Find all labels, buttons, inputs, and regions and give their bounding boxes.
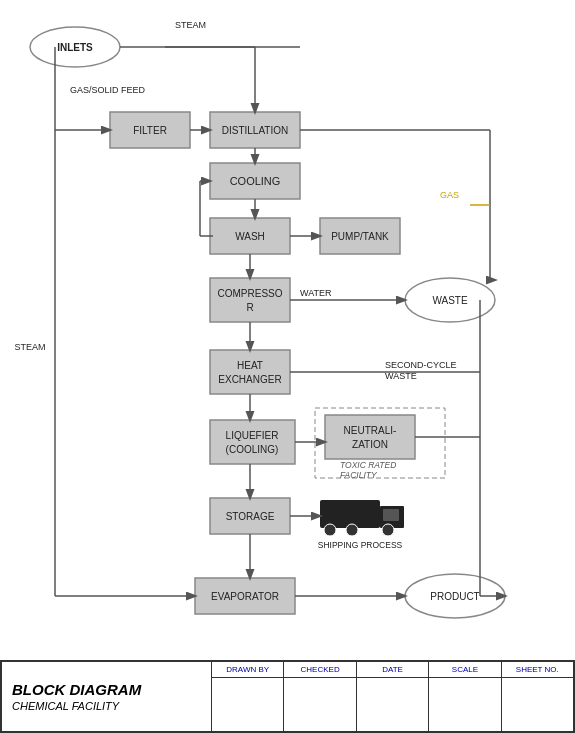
- gas-label: GAS: [440, 190, 459, 200]
- compressor-label: COMPRESSO: [217, 288, 282, 299]
- neutralization-label: NEUTRALI-: [344, 425, 397, 436]
- waste-label: WASTE: [432, 295, 468, 306]
- wash-label: WASH: [235, 231, 265, 242]
- drawn-by-label: DRAWN BY: [212, 662, 283, 678]
- second-cycle-label: SECOND-CYCLE: [385, 360, 457, 370]
- product-label: PRODUCT: [430, 591, 479, 602]
- pump-tank-label: PUMP/TANK: [331, 231, 389, 242]
- compressor-label2: R: [246, 302, 253, 313]
- svg-point-18: [382, 524, 394, 536]
- scale-label: SCALE: [429, 662, 500, 678]
- inlets-label: INLETS: [57, 42, 93, 53]
- filter-label: FILTER: [133, 125, 167, 136]
- block-diagram-svg: INLETS FILTER DISTILLATION COOLING WASH …: [0, 0, 575, 660]
- distillation-label: DISTILLATION: [222, 125, 289, 136]
- evaporator-label: EVAPORATOR: [211, 591, 279, 602]
- checked-field: CHECKED: [284, 662, 356, 731]
- shipping-label: SHIPPING PROCESS: [318, 540, 403, 550]
- date-field: DATE: [357, 662, 429, 731]
- scale-field: SCALE: [429, 662, 501, 731]
- water-label: WATER: [300, 288, 332, 298]
- title-main: BLOCK DIAGRAM CHEMICAL FACILITY: [2, 662, 212, 731]
- diagram-area: INLETS FILTER DISTILLATION COOLING WASH …: [0, 0, 575, 660]
- diagram-title: BLOCK DIAGRAM: [12, 681, 201, 698]
- diagram-subtitle: CHEMICAL FACILITY: [12, 700, 201, 712]
- liquefier-label: LIQUEFIER: [226, 430, 279, 441]
- svg-rect-15: [383, 509, 399, 521]
- svg-point-16: [324, 524, 336, 536]
- gas-solid-label: GAS/SOLID FEED: [70, 85, 146, 95]
- svg-rect-11: [325, 415, 415, 459]
- sheet-no-label: SHEET NO.: [502, 662, 573, 678]
- neutralization-label2: ZATION: [352, 439, 388, 450]
- date-label: DATE: [357, 662, 428, 678]
- svg-point-17: [346, 524, 358, 536]
- liquefier-label2: (COOLING): [226, 444, 279, 455]
- drawn-by-field: DRAWN BY: [212, 662, 284, 731]
- svg-rect-8: [210, 350, 290, 394]
- heat-exchanger-label: HEAT: [237, 360, 263, 371]
- toxic-label2: FACILITY: [340, 470, 378, 480]
- storage-label: STORAGE: [226, 511, 275, 522]
- steam-top-label: STEAM: [175, 20, 206, 30]
- toxic-label: TOXIC RATED: [340, 460, 396, 470]
- title-block: BLOCK DIAGRAM CHEMICAL FACILITY DRAWN BY…: [0, 660, 575, 733]
- svg-rect-9: [210, 420, 295, 464]
- svg-rect-6: [210, 278, 290, 322]
- sheet-no-field: SHEET NO.: [502, 662, 573, 731]
- cooling-label: COOLING: [230, 175, 281, 187]
- title-fields: DRAWN BY CHECKED DATE SCALE SHEET NO.: [212, 662, 573, 731]
- checked-label: CHECKED: [284, 662, 355, 678]
- steam-left-label: STEAM: [14, 342, 45, 352]
- heat-exchanger-label2: EXCHANGER: [218, 374, 281, 385]
